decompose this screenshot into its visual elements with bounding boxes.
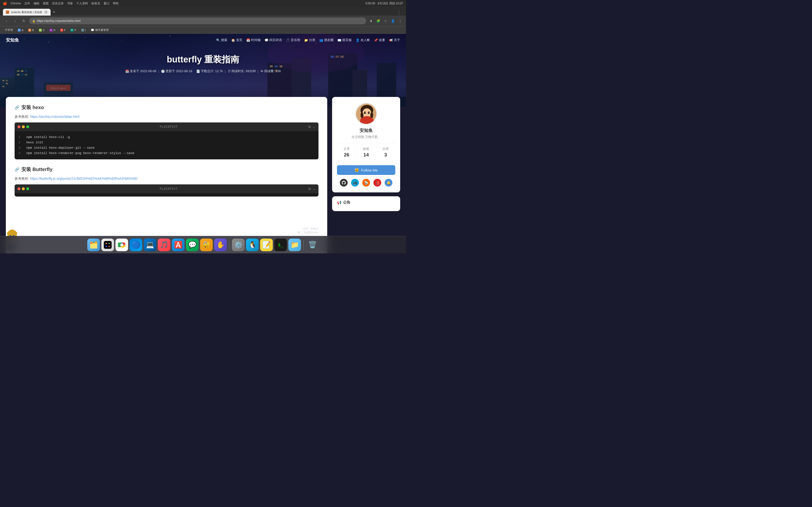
timeline-icon: 📅 [246, 38, 250, 42]
nav-chat[interactable]: 💬 闲言碎语 [264, 38, 282, 42]
new-tab-btn[interactable]: + [51, 9, 57, 15]
social-icons: 📺 📡 📕 🔔 [340, 179, 392, 186]
code-dot2-red[interactable] [17, 187, 20, 190]
bookmark-f[interactable]: F F [58, 27, 68, 33]
code2-copy-icon[interactable]: ⧉ [308, 187, 311, 191]
dock-finder[interactable]: 🗂️ [87, 238, 100, 251]
stat-categories-value: 3 [376, 152, 395, 158]
nav-friends2[interactable]: 👤 友人帐 [356, 38, 370, 42]
menu-edit[interactable]: 编辑 [34, 1, 39, 6]
code-expand-icon[interactable]: ⌄ [313, 125, 315, 129]
site-logo[interactable]: 安知鱼 [6, 37, 19, 43]
dock-qq[interactable]: 🐧 [246, 238, 259, 251]
star-icon[interactable]: ☆ [383, 18, 389, 24]
nav-friends[interactable]: 👥 朋友圈 [319, 38, 334, 42]
nav-music-label: 音乐馆 [291, 38, 300, 42]
dock-files[interactable]: 📁 [288, 238, 301, 251]
dock-vscode[interactable]: 💻 [144, 238, 156, 251]
bookmark-a[interactable]: A A [16, 27, 25, 33]
dock-appstore[interactable]: 🅰️ [172, 238, 185, 251]
bookmark-chat[interactable]: 💬 聊天窗管理 [89, 27, 111, 33]
bookmark-d[interactable]: D D [48, 27, 57, 33]
profile-card: 安知鱼 生活明朗,万物可爱。 文章 26 标签 14 分类 3 [332, 97, 400, 192]
nav-search-label: 搜索 [221, 38, 227, 42]
menu-view[interactable]: 视图 [43, 1, 49, 6]
bilibili-icon[interactable]: 📺 [351, 179, 359, 186]
stat-articles-label: 文章 [337, 147, 356, 151]
bookmark-unusual[interactable]: 不常用 [3, 27, 15, 33]
menu-bookmarks[interactable]: 书签 [67, 1, 73, 6]
code-dot-yellow[interactable] [22, 125, 25, 128]
dock-wechat[interactable]: 💬 [186, 238, 199, 251]
code-dot2-green[interactable] [26, 187, 29, 190]
menu-history[interactable]: 历史记录 [52, 1, 64, 6]
dock-stickies[interactable]: 📝 [260, 238, 273, 251]
more-icon[interactable]: ⋮ [397, 18, 403, 24]
bm-d-icon: D [50, 29, 53, 32]
site-nav: 🔍 搜索 🏠 首页 📅 时间轴 💬 闲言碎语 🎵 音乐馆 [216, 38, 400, 42]
dock-klokki[interactable]: 🔐 [200, 238, 213, 251]
music-icon: 🎵 [286, 38, 290, 42]
nav-search[interactable]: 🔍 搜索 [216, 38, 227, 42]
dock-edge[interactable]: 🔵 [130, 238, 142, 251]
bookmark-c[interactable]: C C [37, 27, 47, 33]
dock-settings[interactable]: ⚙️ [232, 238, 245, 251]
reload-btn[interactable]: ↻ [20, 17, 27, 24]
code-dot-red[interactable] [17, 125, 20, 128]
extension-icon[interactable]: 🧩 [375, 18, 381, 24]
tab-settings-icon[interactable]: ⋮ [397, 10, 401, 15]
follow-btn[interactable]: 🐱 Follow Me [337, 165, 395, 175]
bm-p-icon: P [70, 29, 73, 32]
nav-tracking[interactable]: 📌 追番 [374, 38, 385, 42]
menu-window[interactable]: 窗口 [104, 1, 109, 6]
dock-terminal[interactable]: $_ [274, 238, 287, 251]
code-copy-icon[interactable]: ⧉ [308, 125, 311, 129]
bookmark-i[interactable]: I I [79, 27, 88, 33]
menu-file[interactable]: 文件 [24, 1, 30, 6]
svg-point-62 [13, 231, 17, 235]
menu-chrome[interactable]: Chrome [10, 2, 21, 5]
forward-btn[interactable]: › [12, 17, 18, 24]
nav-timeline[interactable]: 📅 时间轴 [246, 38, 261, 42]
back-btn[interactable]: ‹ [3, 17, 10, 24]
ref-link-1[interactable]: https://anzhiy.cn/posts/ddae.html [30, 115, 80, 119]
url-text: https://anzhiy.cn/posts/sdxhu.html [37, 19, 81, 22]
bookmark-chat-label: 聊天窗管理 [95, 28, 109, 32]
code-dot2-yellow[interactable] [22, 187, 25, 190]
nav-about[interactable]: 📢 关于 [389, 38, 400, 42]
xiaohongshu-icon[interactable]: 📕 [373, 179, 381, 186]
address-bar[interactable]: 🔒 https://anzhiy.cn/posts/sdxhu.html [29, 17, 366, 24]
profile-icon[interactable]: 👤 [390, 18, 396, 24]
post-header: butterfly 重装指南 📅 发表于 2022-06-08 | 🕐 更新于 … [0, 46, 406, 78]
tab-close-btn[interactable]: ✕ [44, 10, 48, 14]
article-container: 🔗 安装 hexo 参考教程: https://anzhiy.cn/posts/… [6, 97, 327, 253]
nav-music[interactable]: 🎵 音乐馆 [286, 38, 300, 42]
meta-published: 📅 发表于 2022-06-08 [125, 69, 156, 73]
rss-icon[interactable]: 📡 [362, 179, 370, 186]
bookmark-b[interactable]: B B [26, 27, 36, 33]
menu-profile[interactable]: 个人资料 [77, 1, 88, 6]
announce-card: 📢 公告 [332, 196, 400, 211]
code2-expand-icon[interactable]: ⌄ [313, 187, 315, 191]
dock-music[interactable]: 🎵 [158, 238, 170, 251]
apple-logo[interactable]: 🍎 [3, 1, 7, 5]
nav-guestbook[interactable]: ✉️ 留言板 [338, 38, 352, 42]
dock-multitouch[interactable]: ✋ [214, 238, 227, 251]
github-icon[interactable] [340, 179, 348, 186]
stat-categories: 分类 3 [376, 147, 395, 158]
svg-point-61 [7, 231, 11, 235]
dock-launchpad[interactable] [101, 238, 114, 251]
menu-help[interactable]: 帮助 [113, 1, 119, 6]
bookmark-p[interactable]: P P [68, 27, 78, 33]
line-code-1: npm install hexo-cli -g [26, 134, 70, 140]
dock-chrome[interactable] [115, 238, 128, 251]
menu-tabs[interactable]: 标签员 [91, 1, 100, 6]
dock-trash[interactable]: 🗑️ [306, 238, 319, 251]
code-dot-green[interactable] [26, 125, 29, 128]
active-tab[interactable]: 🦋 butterfly 重装指南 | 安知鱼 ✕ [3, 9, 51, 15]
download-icon[interactable]: ⬇ [368, 18, 374, 24]
nav-category[interactable]: 📁 分类 [304, 38, 315, 42]
weibo-icon[interactable]: 🔔 [385, 179, 392, 186]
nav-home[interactable]: 🏠 首页 [231, 38, 242, 42]
ref-link-2[interactable]: https://butterfly.js.org/posts/21cfbf15/… [30, 177, 138, 180]
